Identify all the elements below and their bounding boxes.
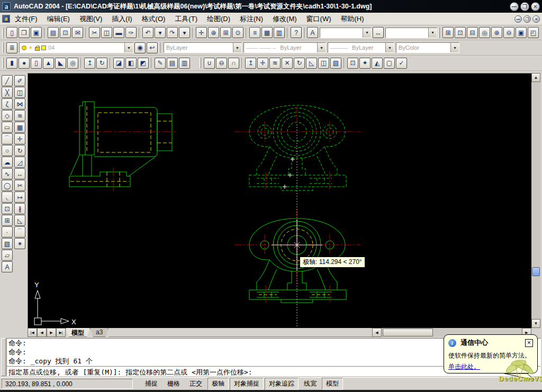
chevron-down-icon[interactable]: ▼: [428, 28, 437, 38]
arc-button[interactable]: ⌒: [2, 133, 13, 144]
cone-button[interactable]: ▲: [43, 58, 54, 69]
delete-faces-button[interactable]: ✕: [282, 58, 293, 69]
coordinate-display[interactable]: 320.193, 89.851 , 0.000: [2, 379, 133, 389]
revision-cloud-button[interactable]: ☁: [2, 157, 13, 168]
clean-button[interactable]: ✦: [359, 58, 371, 69]
menu-window[interactable]: 窗口(W): [302, 13, 336, 25]
redo-list-arrow[interactable]: ▾: [179, 27, 190, 38]
lineweight-toggle[interactable]: 线宽: [300, 378, 321, 390]
zoom-window-button[interactable]: ⊞: [442, 27, 454, 38]
subtract-button[interactable]: ⊖: [216, 58, 227, 69]
chevron-down-icon[interactable]: ▼: [363, 28, 371, 38]
offset-faces-button[interactable]: ≋: [269, 58, 281, 69]
spline-button[interactable]: ∿: [2, 168, 13, 179]
move-faces-button[interactable]: ✛: [257, 58, 268, 69]
sphere-button[interactable]: ●: [19, 58, 30, 69]
extrude-button[interactable]: ↥: [84, 58, 95, 69]
toolbar-grip[interactable]: [303, 28, 304, 38]
fillet-button[interactable]: ⌒: [14, 226, 25, 238]
layer-previous-button[interactable]: ↩: [147, 42, 158, 53]
menu-draw[interactable]: 绘图(D): [202, 13, 235, 25]
polyline-button[interactable]: ζ: [2, 98, 13, 110]
menu-view[interactable]: 视图(V): [75, 13, 107, 25]
zoom-window-flyout-button[interactable]: ⊞: [220, 27, 231, 38]
menu-tools[interactable]: 工具(T): [170, 13, 202, 25]
lineweight-combobox[interactable]: ——— ByLayer ▼: [328, 42, 394, 53]
construction-line-button[interactable]: ╳: [2, 87, 13, 98]
new-button[interactable]: ▯: [6, 27, 17, 38]
intersect-button[interactable]: ∩: [228, 58, 239, 69]
chevron-down-icon[interactable]: ▼: [233, 43, 241, 52]
scroll-up-button[interactable]: ▲: [531, 73, 540, 82]
cylinder-button[interactable]: ▯: [31, 58, 42, 69]
drawing-canvas[interactable]: Y X 极轴: 114.294 < 270°: [28, 73, 531, 328]
ellipse-arc-button[interactable]: ◟: [2, 192, 13, 203]
chevron-down-icon[interactable]: ▼: [450, 43, 459, 52]
torus-button[interactable]: ◎: [67, 58, 78, 69]
separate-button[interactable]: ◭: [372, 58, 383, 69]
interference-button[interactable]: ◩: [138, 58, 149, 69]
layer-manager-button[interactable]: ≣: [6, 42, 17, 53]
plot-button[interactable]: ▤: [48, 27, 59, 38]
toolbar-grip[interactable]: [2, 28, 4, 38]
layer-combobox[interactable]: ☀ 04 ▼: [19, 42, 133, 53]
scroll-left-button[interactable]: ◀: [372, 328, 382, 337]
toolbar-grip[interactable]: [2, 58, 4, 68]
tab-next-button[interactable]: ▶: [47, 328, 56, 337]
properties-palette-button[interactable]: ≡: [249, 27, 260, 38]
hatch-button[interactable]: ▨: [2, 238, 13, 249]
match-properties-button[interactable]: ✑: [125, 27, 137, 38]
ortho-toggle[interactable]: 正交: [185, 378, 206, 390]
plot-style-combobox[interactable]: ByColor ▼: [396, 42, 459, 53]
copy-clip-button[interactable]: ◫: [101, 27, 112, 38]
vertical-scroll-thumb[interactable]: [532, 267, 540, 276]
taper-faces-button[interactable]: ◺: [306, 58, 317, 69]
layer-lock-icon[interactable]: [35, 47, 40, 51]
model-toggle[interactable]: 模型: [322, 378, 343, 390]
rotate-button[interactable]: ↻: [14, 145, 25, 156]
point-button[interactable]: ∙: [2, 226, 13, 238]
color-combobox[interactable]: ByLayer ▼: [164, 42, 242, 53]
insert-block-button[interactable]: ⊡: [2, 203, 13, 214]
vertical-scrollbar[interactable]: ▲ ▼: [531, 73, 540, 328]
toolbar-grip[interactable]: [2, 42, 4, 53]
restore-button[interactable]: ❐: [520, 2, 529, 11]
extend-button[interactable]: ↦: [14, 192, 25, 203]
revolve-button[interactable]: ↻: [96, 58, 107, 69]
snap-toggle[interactable]: 捕捉: [141, 378, 162, 390]
scale-button[interactable]: ◿: [14, 157, 25, 168]
scroll-down-button[interactable]: ▼: [531, 319, 540, 328]
line-button[interactable]: ╱: [2, 75, 13, 86]
undo-list-arrow[interactable]: ▾: [155, 27, 166, 38]
tab-first-button[interactable]: |◀: [28, 328, 37, 337]
doc-minimize-button[interactable]: —: [514, 15, 522, 23]
menu-edit[interactable]: 编辑(E): [42, 13, 75, 25]
rectangle-button[interactable]: ▭: [2, 122, 13, 133]
shell-button[interactable]: ▢: [384, 58, 395, 69]
cut-button[interactable]: ✂: [89, 27, 100, 38]
paste-button[interactable]: ▬: [113, 27, 124, 38]
ellipse-button[interactable]: ◯: [2, 180, 13, 191]
trim-button[interactable]: ✂: [14, 180, 25, 191]
chamfer-button[interactable]: ◺: [14, 215, 25, 226]
zoom-out-button[interactable]: ⊖: [503, 27, 514, 38]
layer-freeze-sun-icon[interactable]: ☀: [28, 45, 33, 50]
toolbar-grip[interactable]: [200, 58, 201, 68]
polygon-button[interactable]: ◇: [2, 110, 13, 121]
setup-view-button[interactable]: ▤: [167, 58, 178, 69]
zoom-extents-button[interactable]: ◰: [528, 27, 539, 38]
minimize-button[interactable]: —: [510, 2, 519, 11]
doc-close-button[interactable]: ✕: [532, 15, 540, 23]
chevron-down-icon[interactable]: ▼: [385, 43, 394, 52]
command-window-splitter[interactable]: [1, 338, 6, 376]
union-button[interactable]: ∪: [204, 58, 215, 69]
horizontal-scroll-thumb[interactable]: [383, 329, 433, 336]
plot-preview-button[interactable]: ⊡: [60, 27, 71, 38]
help-button[interactable]: ?: [291, 27, 302, 38]
publish-button[interactable]: ✉: [72, 27, 83, 38]
chevron-down-icon[interactable]: ▼: [317, 43, 326, 52]
polar-toggle[interactable]: 极轴: [207, 378, 229, 390]
pan-realtime-button[interactable]: ✛: [196, 27, 207, 38]
wedge-button[interactable]: ◣: [55, 58, 66, 69]
make-block-button[interactable]: ⊞: [2, 215, 13, 226]
